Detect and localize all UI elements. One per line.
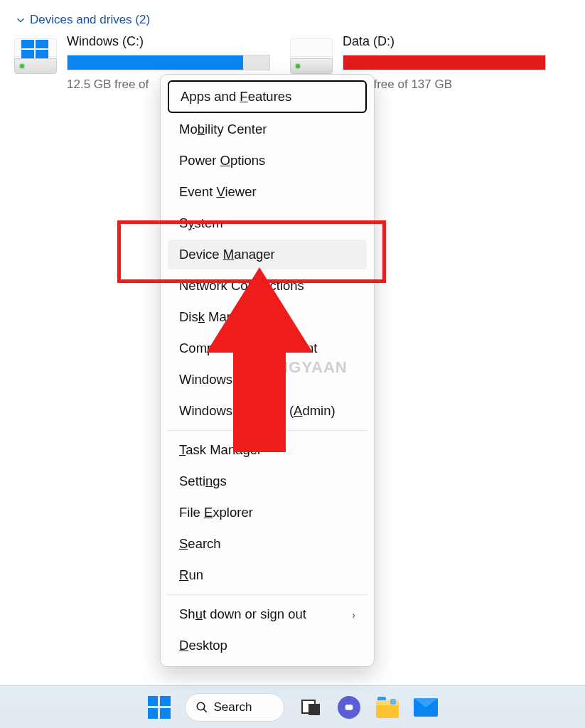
start-button[interactable] [148, 696, 171, 719]
winx-menu-item[interactable]: Device Manager [168, 240, 367, 269]
winx-menu-item[interactable]: Disk Management [168, 302, 367, 332]
winx-menu-item[interactable]: Settings [168, 466, 367, 496]
winx-menu-item[interactable]: Run [168, 560, 367, 590]
winx-menu-item[interactable]: Mobility Center [168, 114, 367, 144]
drive-icon [14, 38, 57, 74]
task-view-icon [301, 700, 320, 715]
taskbar-search[interactable]: Search [185, 693, 284, 722]
mail-icon [414, 698, 438, 717]
winx-menu-item[interactable]: Windows Terminal (Admin) [168, 396, 367, 426]
winx-menu-item[interactable]: File Explorer [168, 498, 367, 528]
devices-section-header[interactable]: Devices and drives (2) [16, 13, 150, 27]
chat-icon [338, 696, 360, 719]
chat-button[interactable] [337, 695, 361, 719]
drive-label: Data (D:) [343, 34, 546, 49]
menu-separator [166, 430, 368, 431]
taskbar: Search [0, 685, 585, 728]
svg-rect-3 [345, 705, 353, 710]
drive-usage-bar [67, 55, 270, 70]
winx-menu-item[interactable]: Task Manager [168, 435, 367, 465]
winx-menu-item[interactable]: Power Options [168, 146, 367, 176]
submenu-arrow-icon: › [352, 609, 355, 621]
watermark: MBIGYAAN [242, 358, 348, 377]
mail-button[interactable] [414, 695, 438, 719]
file-explorer-icon [376, 697, 399, 718]
search-icon [195, 701, 208, 714]
task-view-button[interactable] [299, 695, 323, 719]
winx-menu-item[interactable]: Event Viewer [168, 177, 367, 207]
windows-logo-icon [21, 40, 48, 58]
menu-separator [166, 594, 368, 595]
winx-menu-item[interactable]: Desktop [168, 631, 367, 660]
winx-menu-item[interactable]: Search [168, 529, 367, 559]
taskbar-search-placeholder: Search [214, 700, 252, 714]
chevron-down-icon [16, 15, 26, 25]
winx-menu-item[interactable]: Network Connections [168, 271, 367, 301]
winx-menu-item[interactable]: Apps and Features [168, 80, 367, 113]
devices-section-title: Devices and drives (2) [30, 13, 150, 27]
drive-icon [290, 38, 333, 74]
drive-usage-bar [343, 55, 546, 70]
winx-menu-item[interactable]: Shut down or sign out› [168, 599, 367, 629]
svg-line-2 [203, 709, 207, 712]
file-explorer-button[interactable] [375, 695, 399, 719]
winx-menu-item[interactable]: System [168, 208, 367, 238]
svg-point-1 [197, 702, 205, 710]
drive-label: Windows (C:) [67, 34, 270, 49]
